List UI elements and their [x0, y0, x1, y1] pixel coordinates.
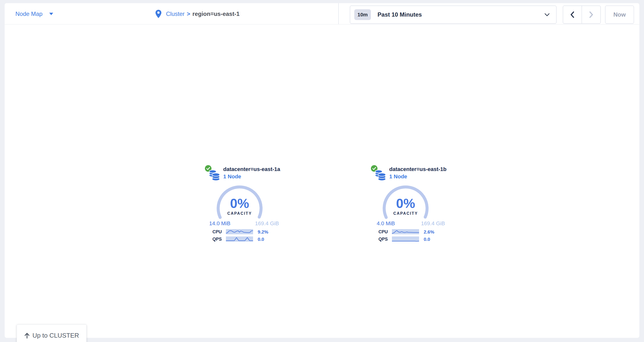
header: Node Map Cluster > region=us-east-1 10m …: [5, 3, 639, 24]
capacity-caption: CAPACITY: [381, 211, 430, 216]
node-map-canvas: datacenter=us-east-1a 1 Node 0% CAPACITY…: [5, 25, 639, 338]
qps-sparkline: [392, 237, 419, 242]
capacity-caption: CAPACITY: [215, 211, 264, 216]
breadcrumb-current: region=us-east-1: [192, 10, 240, 17]
cpu-label: CPU: [205, 229, 222, 235]
time-range-dropdown[interactable]: 10m Past 10 Minutes: [350, 5, 556, 24]
cpu-sparkline: [392, 229, 419, 234]
locality-card-us-east-1b[interactable]: datacenter=us-east-1b 1 Node 0% CAPACITY…: [371, 165, 454, 246]
now-button[interactable]: Now: [605, 5, 634, 24]
breadcrumb-cluster-link[interactable]: Cluster: [166, 10, 184, 17]
time-range-badge: 10m: [354, 9, 371, 20]
qps-value: 0.0: [258, 237, 264, 242]
capacity-total: 169.4 GiB: [250, 220, 284, 227]
breadcrumb-separator: >: [187, 10, 190, 17]
locality-node-count: 1 Node: [223, 173, 241, 180]
breadcrumb: Cluster > region=us-east-1: [156, 3, 240, 24]
capacity-percent: 0%: [215, 196, 264, 211]
locality-title: datacenter=us-east-1a: [223, 166, 280, 172]
up-to-cluster-label: Up to CLUSTER: [32, 332, 79, 339]
cpu-sparkline: [226, 229, 253, 234]
chevron-left-icon: [570, 11, 575, 18]
cpu-value: 9.2%: [258, 229, 268, 235]
time-range-label: Past 10 Minutes: [378, 11, 422, 18]
database-stack-icon: [208, 169, 220, 182]
locality-node-count: 1 Node: [389, 173, 407, 180]
location-pin-icon: [156, 10, 161, 18]
main-panel: Node Map Cluster > region=us-east-1 10m …: [5, 3, 639, 338]
chevron-right-icon: [588, 11, 594, 18]
chevron-down-icon: [544, 13, 550, 16]
qps-sparkline: [226, 237, 253, 242]
capacity-used: 14.0 MiB: [205, 220, 235, 227]
qps-label: QPS: [205, 237, 222, 242]
view-selector-label: Node Map: [16, 10, 42, 17]
view-selector-dropdown[interactable]: Node Map: [16, 3, 54, 24]
time-back-button[interactable]: [563, 6, 582, 23]
capacity-percent: 0%: [381, 196, 430, 211]
capacity-used: 4.0 MiB: [371, 220, 401, 227]
qps-value: 0.0: [424, 237, 430, 242]
cpu-label: CPU: [371, 229, 388, 235]
cpu-value: 2.6%: [424, 229, 434, 235]
time-forward-button[interactable]: [582, 6, 600, 23]
header-divider: [338, 3, 339, 24]
locality-card-us-east-1a[interactable]: datacenter=us-east-1a 1 Node 0% CAPACITY…: [205, 165, 288, 246]
capacity-total: 169.4 GiB: [416, 220, 450, 227]
database-stack-icon: [374, 169, 386, 182]
up-to-cluster-button[interactable]: Up to CLUSTER: [17, 325, 86, 342]
qps-label: QPS: [371, 237, 388, 242]
time-step-buttons: [563, 5, 601, 24]
arrow-up-icon: [24, 333, 30, 339]
caret-down-icon: [49, 12, 54, 15]
locality-title: datacenter=us-east-1b: [389, 166, 446, 172]
